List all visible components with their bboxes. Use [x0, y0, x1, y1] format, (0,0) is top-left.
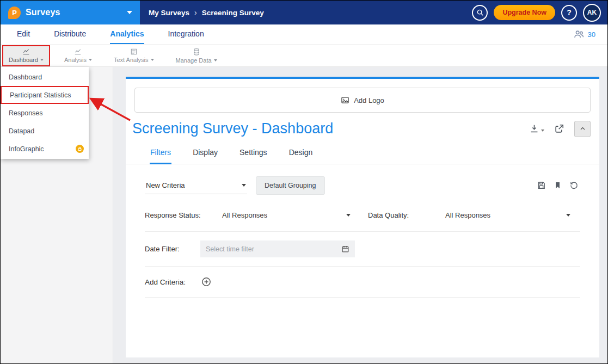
toolbar-item-label: Analysis [64, 57, 87, 63]
respondents-count: 30 [588, 30, 595, 39]
chevron-down-icon [89, 59, 92, 61]
save-icon [537, 181, 546, 190]
menu-item-infographic[interactable]: InfoGraphic [1, 140, 89, 158]
product-switcher[interactable]: P Surveys [1, 1, 140, 24]
menu-item-responses[interactable]: Responses [1, 104, 89, 122]
default-grouping-button[interactable]: Default Grouping [256, 176, 325, 195]
help-button[interactable]: ? [561, 5, 577, 21]
top-header: P Surveys My Surveys › Screening Survey … [1, 1, 607, 24]
database-icon [192, 48, 201, 56]
dashboard-dropdown-menu: Dashboard Participant Statistics Respons… [1, 67, 89, 159]
chevron-down-icon [214, 59, 217, 61]
download-icon [529, 124, 539, 134]
chevron-down-icon [242, 184, 246, 187]
tab-analytics[interactable]: Analytics [110, 24, 144, 44]
response-status-select[interactable]: All Responses [222, 211, 351, 219]
questionpro-logo-icon: P [8, 7, 21, 19]
collapse-button[interactable] [574, 121, 591, 137]
breadcrumb-current-survey: Screening Survey [202, 9, 264, 17]
chevron-down-icon [541, 129, 544, 132]
tab-distribute[interactable]: Distribute [54, 24, 86, 44]
tab-edit[interactable]: Edit [17, 24, 30, 44]
menu-item-datapad[interactable]: Datapad [1, 122, 89, 140]
date-filter-field [200, 240, 355, 257]
header-actions: Upgrade Now ? AK [472, 4, 607, 22]
toolbar-item-manage-data[interactable]: Manage Data [168, 45, 225, 66]
share-icon [554, 124, 564, 134]
upgrade-now-button[interactable]: Upgrade Now [494, 5, 555, 20]
reset-button[interactable] [569, 181, 579, 190]
bookmark-icon [554, 181, 562, 190]
app-window: P Surveys My Surveys › Screening Survey … [0, 0, 608, 364]
chevron-down-icon [127, 11, 132, 14]
new-criteria-select[interactable]: New Criteria [145, 177, 247, 194]
plus-circle-icon [201, 276, 212, 287]
page-title: Screening Survey - Dashboard [132, 120, 529, 137]
response-status-value: All Responses [222, 211, 267, 219]
toolbar-item-analysis[interactable]: Analysis [57, 45, 100, 66]
add-criteria-button[interactable] [201, 276, 212, 287]
premium-icon [76, 145, 84, 153]
add-criteria-label: Add Criteria: [145, 278, 186, 286]
breadcrumb-separator: › [194, 8, 197, 17]
dashboard-card: Add Logo Screening Survey - Dashboard Fi… [126, 77, 599, 357]
save-button[interactable] [537, 181, 546, 190]
respondents-counter[interactable]: 30 [574, 24, 607, 44]
toolbar-item-label: Text Analysis [114, 57, 149, 63]
menu-item-dashboard[interactable]: Dashboard [1, 68, 89, 86]
chevron-down-icon [346, 214, 351, 217]
bookmark-button[interactable] [554, 181, 562, 190]
add-logo-button[interactable]: Add Logo [134, 88, 591, 113]
image-icon [341, 96, 349, 104]
survey-nav: Edit Distribute Analytics Integration 30 [1, 24, 607, 45]
tab-integration[interactable]: Integration [168, 24, 204, 44]
text-analysis-icon [130, 48, 138, 55]
toolbar-item-text-analysis[interactable]: Text Analysis [106, 45, 162, 66]
user-avatar[interactable]: AK [583, 4, 601, 22]
chevron-up-icon [579, 125, 587, 132]
new-criteria-value: New Criteria [146, 181, 185, 189]
tab-design[interactable]: Design [288, 145, 314, 164]
breadcrumb-my-surveys[interactable]: My Surveys [149, 9, 189, 17]
reset-icon [569, 181, 579, 190]
date-filter-input[interactable] [206, 245, 341, 253]
analytics-toolbar: Dashboard Analysis Text Analysis Manage … [1, 45, 607, 67]
menu-item-participant-statistics[interactable]: Participant Statistics [1, 86, 89, 104]
title-row: Screening Survey - Dashboard [126, 113, 599, 137]
data-quality-select[interactable]: All Responses [445, 211, 570, 219]
toolbar-item-label: Dashboard [9, 57, 38, 63]
people-icon [574, 30, 584, 39]
product-name: Surveys [26, 8, 60, 17]
line-chart-icon [22, 48, 30, 55]
chevron-down-icon [151, 59, 154, 61]
dashboard-tabs: Filters Display Settings Design [126, 137, 599, 164]
data-quality-label: Data Quality: [368, 211, 445, 219]
download-button[interactable] [529, 124, 544, 134]
chevron-down-icon [566, 214, 570, 217]
share-button[interactable] [554, 124, 564, 134]
chevron-down-icon [40, 59, 44, 61]
calendar-icon[interactable] [341, 245, 349, 253]
tab-filters[interactable]: Filters [150, 145, 171, 164]
tab-display[interactable]: Display [192, 145, 218, 164]
add-logo-label: Add Logo [354, 96, 384, 104]
breadcrumb: My Surveys › Screening Survey [149, 8, 264, 17]
data-quality-value: All Responses [445, 211, 490, 219]
tab-settings[interactable]: Settings [239, 145, 268, 164]
filters-panel: New Criteria Default Grouping [126, 176, 599, 298]
response-status-label: Response Status: [145, 211, 222, 219]
search-icon [476, 9, 484, 16]
search-button[interactable] [472, 5, 488, 21]
toolbar-item-label: Manage Data [176, 57, 212, 64]
date-filter-label: Date Filter: [145, 245, 200, 253]
analysis-chart-icon [73, 48, 82, 55]
toolbar-item-dashboard[interactable]: Dashboard [2, 45, 50, 66]
